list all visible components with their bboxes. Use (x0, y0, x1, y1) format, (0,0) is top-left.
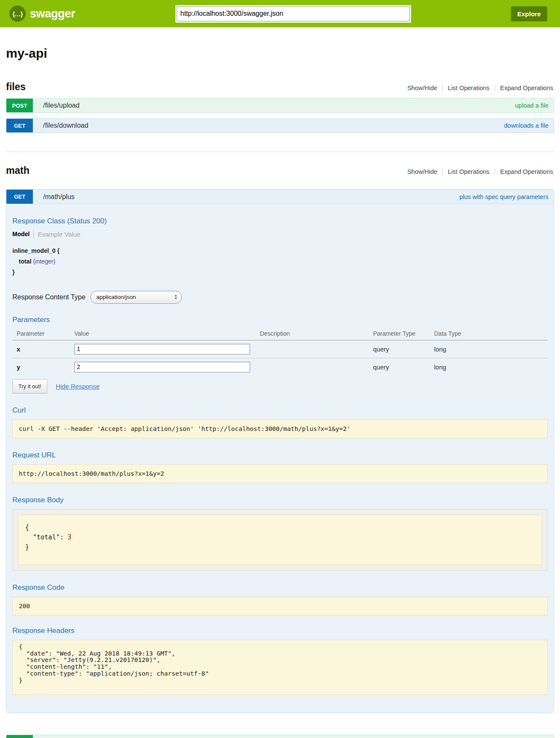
section-controls-math: Show/Hide List Operations Expand Operati… (402, 168, 554, 175)
section-controls-files: Show/Hide List Operations Expand Operati… (402, 85, 554, 91)
response-code-title: Response Code (12, 583, 548, 592)
schema-tabs: Model Example Value (12, 230, 548, 238)
model-property-type: (integer) (33, 258, 55, 265)
expand-operations-link[interactable]: Expand Operations (495, 85, 554, 91)
model-open-brace: inline_model_0 { (12, 246, 548, 256)
operation-row-post-math-plus[interactable]: POST /math/plus plus with spec body para… (6, 735, 554, 738)
parameter-data-type: long (434, 346, 548, 353)
brand-name: swagger (30, 7, 75, 20)
response-headers-json: { "date": "Wed, 22 Aug 2018 18:49:13 GMT… (12, 640, 548, 695)
show-hide-link[interactable]: Show/Hide (402, 168, 442, 175)
parameter-name: y (17, 363, 74, 371)
response-content-type-row: Response Content Type application/json (12, 291, 548, 304)
col-header-value: Value (74, 330, 260, 337)
parameter-row-x: x query long (12, 340, 548, 358)
model-close-brace: } (12, 267, 548, 278)
json-open-brace: { (25, 523, 535, 533)
operation-path-link[interactable]: /files/upload (43, 102, 79, 109)
try-it-out-button[interactable]: Try it out! (12, 379, 47, 393)
parameter-value-input-x[interactable] (74, 344, 250, 354)
section-head-math: math Show/Hide List Operations Expand Op… (6, 165, 554, 176)
col-header-description: Description (260, 330, 373, 337)
parameter-data-type: long (434, 363, 548, 371)
explore-button[interactable]: Explore (511, 6, 547, 21)
parameter-row-y: y query long (12, 358, 548, 376)
parameter-type: query (373, 363, 434, 371)
operation-row-post-files-upload[interactable]: POST /files/upload upload a file (6, 98, 554, 113)
operation-path-link[interactable]: /files/download (43, 122, 88, 129)
tab-separator (33, 230, 34, 238)
operation-row-get-files-download[interactable]: GET /files/download downloads a file (6, 118, 554, 133)
operation-summary-link[interactable]: downloads a file (504, 122, 548, 129)
response-body-block: { "total": 3 } (12, 509, 548, 571)
request-url-value: http://localhost:3000/math/plus?x=1&y=2 (12, 464, 548, 483)
tab-example-value[interactable]: Example Value (38, 231, 80, 238)
curl-title: Curl (12, 406, 548, 415)
operation-summary-link[interactable]: plus with spec query parameters (459, 193, 548, 200)
json-key: "total" (33, 533, 60, 541)
response-content-type-select[interactable]: application/json (90, 291, 182, 304)
parameter-name: x (17, 346, 74, 353)
method-badge-post: POST (6, 99, 33, 112)
show-hide-link[interactable]: Show/Hide (402, 85, 442, 91)
operation-detail-panel: Response Class (Status 200) Model Exampl… (6, 204, 554, 713)
operation-path-link[interactable]: /math/plus (43, 193, 75, 201)
parameters-table-header: Parameter Value Description Parameter Ty… (12, 328, 548, 340)
response-content-type-label: Response Content Type (12, 293, 85, 301)
swagger-brand-link[interactable]: swagger (9, 6, 75, 22)
parameter-type: query (373, 346, 434, 353)
page-title: my-api (6, 46, 554, 61)
hide-response-link[interactable]: Hide Response (56, 383, 100, 390)
request-url-title: Request URL (12, 451, 548, 460)
method-badge-post: POST (6, 735, 33, 738)
json-property-line: "total": 3 (25, 533, 535, 542)
response-headers-title: Response Headers (12, 627, 548, 635)
operation-summary-link[interactable]: upload a file (515, 102, 548, 109)
select-arrows-icon (174, 294, 177, 300)
parameters-title: Parameters (12, 316, 548, 324)
expand-operations-link[interactable]: Expand Operations (495, 168, 554, 175)
response-class-title: Response Class (Status 200) (12, 217, 548, 226)
model-property-name: total (19, 258, 32, 265)
col-header-parameter-type: Parameter Type (373, 330, 434, 337)
json-value: 3 (67, 533, 71, 541)
list-operations-link[interactable]: List Operations (442, 168, 495, 175)
col-header-parameter: Parameter (17, 330, 74, 337)
col-header-data-type: Data Type (434, 330, 548, 337)
section-head-files: files Show/Hide List Operations Expand O… (6, 81, 554, 93)
tab-model[interactable]: Model (12, 231, 29, 237)
operation-expanded-get-math-plus: GET /math/plus plus with spec query para… (6, 189, 554, 713)
response-body-json: { "total": 3 } (18, 515, 542, 565)
parameter-value-input-y[interactable] (74, 362, 250, 372)
section-title-math: math (6, 165, 29, 176)
response-content-type-value: application/json (96, 294, 136, 300)
response-code-value: 200 (12, 597, 548, 615)
app-header: swagger Explore (0, 0, 560, 27)
response-body-title: Response Body (12, 496, 548, 504)
method-badge-get: GET (6, 190, 33, 204)
model-signature: inline_model_0 { total (integer) } (12, 246, 548, 278)
list-operations-link[interactable]: List Operations (442, 85, 495, 91)
api-url-input[interactable] (177, 6, 410, 21)
swagger-logo-icon (9, 6, 26, 22)
json-close-brace: } (25, 542, 535, 552)
json-colon: : (60, 533, 67, 541)
parameters-table: Parameter Value Description Parameter Ty… (12, 328, 548, 376)
main-content: my-api files Show/Hide List Operations E… (6, 46, 554, 738)
operation-row-get-math-plus[interactable]: GET /math/plus plus with spec query para… (6, 190, 554, 204)
model-property: total (integer) (12, 256, 548, 267)
section-divider (6, 152, 554, 152)
section-title-files: files (6, 81, 26, 93)
curl-command: curl -X GET --header 'Accept: applicatio… (12, 419, 548, 438)
method-badge-get: GET (6, 119, 33, 132)
try-row: Try it out! Hide Response (12, 379, 548, 393)
